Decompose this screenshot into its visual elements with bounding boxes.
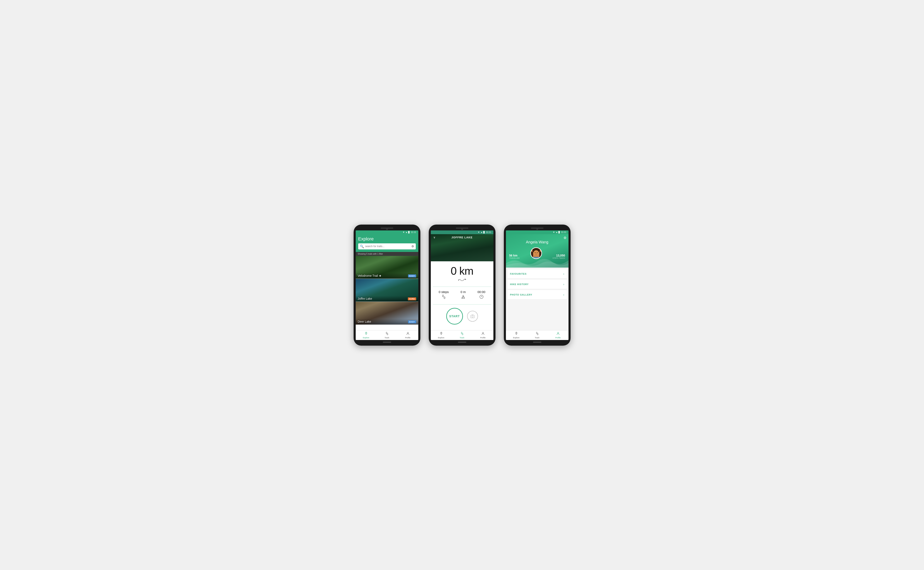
trail-badge-1: EASY [408,274,416,277]
svg-point-6 [458,280,459,280]
nav-label-explore-3: Explore [513,337,520,339]
home-bar-3 [533,342,542,343]
favourites-menu-item[interactable]: FAVOURITES › [508,269,567,279]
phone-camera-1 [386,228,388,230]
svg-point-10 [442,295,444,297]
track-body: 0 km 0 steps [431,261,493,330]
stat-elevation: 0 m [460,290,466,300]
trail-badge-3: EASY [408,320,416,323]
favourites-label: FAVOURITES [510,273,526,275]
nav-track-3[interactable]: Track [527,330,548,340]
svg-point-5 [407,332,408,334]
svg-point-38 [536,332,537,334]
hike-history-menu-item[interactable]: HIKE HISTORY › [508,280,567,289]
svg-point-24 [462,333,463,335]
phone-profile: ▼ ▲ ▊ 11:11 ⚙ Angela Wang 56 km TRAVELL [504,225,571,346]
wifi-icon: ▼ [402,231,405,233]
trail-overlay-3: Deer Lake EASY [356,319,418,325]
phone-track: ▼ ▲ ▊ 11:11 ∨ JOFFRE LAKE 0 km [429,225,496,346]
nav-label-explore-2: Explore [438,337,444,339]
nav-explore-3[interactable]: Explore [506,330,527,340]
svg-point-25 [482,332,483,334]
profile-nav-icon-1 [406,332,410,336]
stat-steps: 0 steps [439,290,449,300]
camera-button[interactable] [467,311,478,322]
nav-explore-1[interactable]: Explore [356,330,376,340]
nav-profile-3[interactable]: Profile [548,330,569,340]
profile-header: ⚙ Angela Wang 56 km TRAVELLED [506,234,569,268]
track-nav-icon-2 [460,332,464,336]
elevation-value: 0 m [460,290,466,294]
photo-gallery-menu-item[interactable]: PHOTO GALLERY › [508,290,567,299]
nav-profile-2[interactable]: Profile [473,330,493,340]
settings-button[interactable]: ⚙ [563,236,566,240]
steps-value-profile: 13,050 [556,254,565,257]
trail-item-1[interactable]: Velodrome Trail ★ EASY [356,256,418,279]
track-actions: START [446,308,478,325]
avatar [530,247,542,259]
route-icon [458,278,466,283]
svg-point-19 [472,316,473,317]
phone-screen-2: ▼ ▲ ▊ 11:11 ∨ JOFFRE LAKE 0 km [431,230,493,340]
track-header-bar: ∨ JOFFRE LAKE [431,234,493,241]
km-label: TRAVELLED [509,257,520,259]
svg-point-11 [444,297,445,299]
filter-icon[interactable]: ⚙ [412,245,414,248]
phone-explore: ▼ ▲ ▊ 11:11 Explore 🔍 ⚙ Showing 5 trails… [353,225,421,346]
time-display-1: 11:11 [411,231,416,233]
page-title-explore: Explore [358,236,416,242]
nav-label-profile-2: Profile [480,337,486,339]
phone-camera-2 [461,228,463,230]
battery-icon-3: ▊ [558,231,560,233]
signal-icon-2: ▲ [481,231,483,233]
search-bar[interactable]: 🔍 ⚙ [358,244,416,250]
profile-nav-icon-3 [556,332,560,336]
nav-profile-1[interactable]: Profile [398,330,418,340]
favourites-chevron: › [563,272,564,276]
bottom-nav-2: Explore Track Profile [431,330,493,340]
svg-point-31 [537,252,537,253]
back-button[interactable]: ∨ [433,236,435,239]
start-button[interactable]: START [446,308,463,325]
phone-screen-3: ▼ ▲ ▊ 11:11 ⚙ Angela Wang 56 km TRAVELL [506,230,569,340]
track-header: ∨ JOFFRE LAKE [431,234,493,261]
trail-item-3[interactable]: Deer Lake EASY [356,302,418,325]
km-stat: 56 km TRAVELLED [509,254,520,259]
elevation-icon [461,294,465,300]
nav-label-track-2: Track [460,337,464,339]
phone-camera-3 [536,228,538,230]
trail-badge-2: HARD [408,297,416,300]
hike-history-chevron: › [563,283,564,286]
track-divider-bottom [433,304,491,305]
nav-label-profile-1: Profile [405,337,411,339]
steps-label: STEPS TAKEN [553,257,565,259]
signal-icon-3: ▲ [556,231,558,233]
svg-rect-34 [532,257,540,259]
svg-rect-33 [539,251,542,258]
battery-icon-2: ▊ [483,231,485,233]
svg-point-3 [386,332,387,334]
search-icon: 🔍 [360,244,364,248]
wifi-icon-3: ▼ [553,231,555,233]
nav-explore-2[interactable]: Explore [431,330,452,340]
home-bar-2 [458,342,466,343]
trail-name-3: Deer Lake [358,320,371,323]
stats-row: 0 steps 0 m [433,290,491,300]
search-input[interactable] [365,245,410,248]
explore-header: Explore 🔍 ⚙ [356,234,418,252]
profile-body: FAVOURITES › HIKE HISTORY › PHOTO GALLER… [506,268,569,330]
nav-track-2[interactable]: Track [452,330,473,340]
trail-list: Velodrome Trail ★ EASY Joffre Lake HARD … [356,256,418,330]
time-icon [479,294,484,300]
distance-display: 0 km [451,265,473,276]
track-nav-icon-3 [535,332,539,336]
trail-item-2[interactable]: Joffre Lake HARD [356,279,418,302]
profile-stats-row: 56 km TRAVELLED [506,247,569,259]
explore-nav-icon-2 [439,332,443,336]
nav-track-1[interactable]: Track [376,330,398,340]
photo-gallery-label: PHOTO GALLERY [510,293,532,296]
battery-icon: ▊ [408,231,410,233]
track-divider-top [433,287,491,287]
time-display-3: 11:11 [561,231,566,233]
svg-point-23 [461,332,462,334]
